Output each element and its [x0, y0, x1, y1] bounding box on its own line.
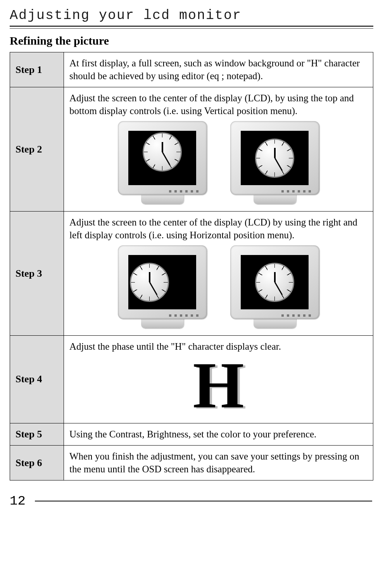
- step-content: At first display, a full screen, such as…: [64, 52, 373, 87]
- table-row: Step 2 Adjust the screen to the center o…: [10, 87, 373, 212]
- step-label: Step 1: [10, 52, 64, 87]
- page-number: 12: [10, 494, 26, 508]
- title-rule: [10, 26, 373, 29]
- monitor-illustration-vertical: [69, 121, 367, 204]
- page-footer: 12: [10, 494, 373, 508]
- monitor-icon: [230, 245, 319, 328]
- monitor-illustration-horizontal: [69, 245, 367, 328]
- page-title: Adjusting your lcd monitor: [10, 8, 373, 23]
- table-row: Step 3 Adjust the screen to the center o…: [10, 212, 373, 336]
- step-text: Adjust the screen to the center of the d…: [69, 216, 367, 241]
- step-content: Adjust the phase until the "H" character…: [64, 336, 373, 423]
- monitor-icon: [118, 121, 207, 204]
- table-row: Step 6 When you finish the adjustment, y…: [10, 446, 373, 480]
- step-content: Adjust the screen to the center of the d…: [64, 212, 373, 336]
- table-row: Step 4 Adjust the phase until the "H" ch…: [10, 336, 373, 423]
- steps-table: Step 1 At first display, a full screen, …: [10, 52, 373, 480]
- footer-rule: [35, 501, 372, 501]
- section-heading: Refining the picture: [10, 34, 373, 47]
- table-row: Step 1 At first display, a full screen, …: [10, 52, 373, 87]
- step-text: Adjust the screen to the center of the d…: [69, 92, 367, 117]
- step-label: Step 2: [10, 87, 64, 212]
- step-label: Step 5: [10, 423, 64, 446]
- h-character-icon: H: [69, 352, 367, 418]
- step-label: Step 3: [10, 212, 64, 336]
- step-label: Step 4: [10, 336, 64, 423]
- monitor-icon: [118, 245, 207, 328]
- step-content: Using the Contrast, Brightness, set the …: [64, 423, 373, 446]
- monitor-icon: [230, 121, 319, 204]
- step-content: When you finish the adjustment, you can …: [64, 446, 373, 480]
- step-label: Step 6: [10, 446, 64, 480]
- table-row: Step 5 Using the Contrast, Brightness, s…: [10, 423, 373, 446]
- step-content: Adjust the screen to the center of the d…: [64, 87, 373, 212]
